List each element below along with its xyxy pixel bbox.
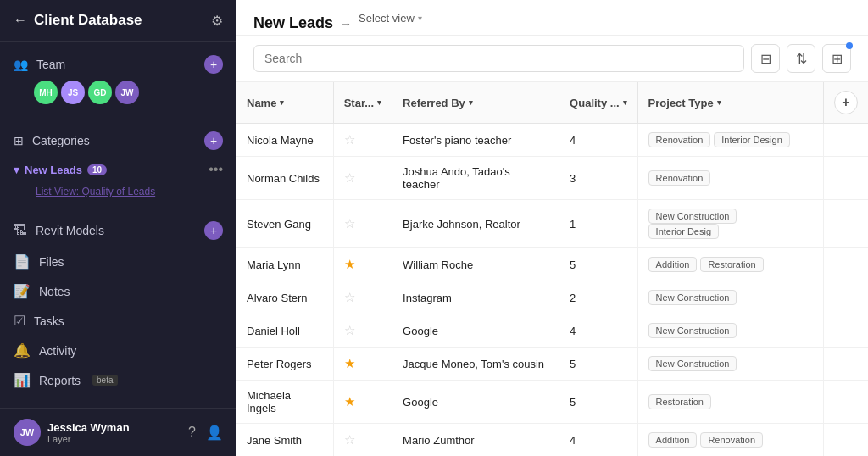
help-icon[interactable]: ? xyxy=(188,425,196,440)
project-type-tag: Restoration xyxy=(648,394,711,409)
cell-star[interactable]: ☆ xyxy=(333,281,392,314)
table-row: Jane Smith☆Mario Zumthor4AdditionRenovat… xyxy=(236,424,868,457)
sort-button[interactable]: ⇅ xyxy=(787,44,815,73)
star-icon[interactable]: ★ xyxy=(344,257,355,271)
cell-quality: 4 xyxy=(559,424,638,457)
select-view-button[interactable]: Select view ▾ xyxy=(359,12,422,35)
tasks-icon: ☑ xyxy=(14,313,25,329)
col-project-type[interactable]: Project Type▾ xyxy=(637,82,823,124)
cell-referred-by: Google xyxy=(392,314,559,348)
star-icon[interactable]: ☆ xyxy=(344,216,355,231)
sidebar-item-files[interactable]: 📄 Files xyxy=(0,247,236,276)
categories-header: ⊞ Categories + xyxy=(0,125,236,157)
cell-star[interactable]: ★ xyxy=(333,381,392,424)
cell-project-type: AdditionRenovation xyxy=(637,424,823,457)
cell-star[interactable]: ☆ xyxy=(333,424,392,457)
sort-icon: ⇅ xyxy=(796,51,807,67)
star-icon[interactable]: ★ xyxy=(344,356,355,370)
star-icon[interactable]: ☆ xyxy=(344,132,355,147)
table-row: Alvaro Stern☆Instagram2New Construction xyxy=(236,281,868,314)
add-revit-button[interactable]: + xyxy=(204,221,223,240)
gear-icon[interactable]: ⚙ xyxy=(211,13,223,29)
cell-star[interactable]: ☆ xyxy=(333,124,392,157)
col-add[interactable]: + xyxy=(824,82,869,124)
add-column-button[interactable]: + xyxy=(834,91,858,114)
cell-star[interactable]: ☆ xyxy=(333,157,392,200)
star-icon[interactable]: ☆ xyxy=(344,432,355,447)
cell-name: Steven Gang xyxy=(236,200,333,248)
cell-project-type: New Construction xyxy=(637,281,823,314)
col-star[interactable]: Star...▾ xyxy=(333,82,392,124)
cell-name: Norman Childs xyxy=(236,157,333,200)
new-leads-badge: 10 xyxy=(87,164,107,175)
star-icon[interactable]: ☆ xyxy=(344,290,355,304)
cell-star[interactable]: ★ xyxy=(333,348,392,381)
sidebar-item-tasks[interactable]: ☑ Tasks xyxy=(0,306,236,336)
reports-beta-badge: beta xyxy=(92,375,117,386)
new-leads-label: ▾ New Leads 10 xyxy=(14,164,107,176)
filter-icon: ⊟ xyxy=(760,51,771,67)
search-input[interactable] xyxy=(253,45,744,72)
cell-quality: 5 xyxy=(559,348,638,381)
star-icon[interactable]: ★ xyxy=(344,394,355,409)
star-icon[interactable]: ☆ xyxy=(344,323,355,337)
table-row: Maria Lynn★William Roche5AdditionRestora… xyxy=(236,248,868,281)
col-name[interactable]: Name▾ xyxy=(236,82,333,124)
project-type-tag: Interior Desig xyxy=(648,224,719,239)
new-leads-row[interactable]: ▾ New Leads 10 ••• xyxy=(0,157,236,182)
add-team-button[interactable]: + xyxy=(204,55,223,74)
back-arrow-icon[interactable]: ← xyxy=(14,13,27,28)
table-row: Steven Gang☆Bjarke Johnson, Realtor1New … xyxy=(236,200,868,248)
cell-referred-by: William Roche xyxy=(392,248,559,281)
more-options-icon[interactable]: ••• xyxy=(209,162,223,177)
col-quality[interactable]: Quality ...▾ xyxy=(559,82,638,124)
cell-project-type: New Construction xyxy=(637,348,823,381)
col-referred-by[interactable]: Referred By▾ xyxy=(392,82,559,124)
sidebar: ← Client Database ⚙ 👥 Team + MHJSGDJW ⊞ … xyxy=(0,0,236,456)
activity-icon: 🔔 xyxy=(14,342,31,359)
avatars-row: MHJSGDJW xyxy=(0,81,236,111)
sidebar-item-revit-models[interactable]: 🏗 Revit Models + xyxy=(0,214,236,247)
cell-empty xyxy=(824,314,869,348)
user-icon[interactable]: 👤 xyxy=(206,425,223,441)
grid-icon: ⊞ xyxy=(14,134,24,147)
view-options-button[interactable]: ⊞ xyxy=(822,44,851,73)
main-content: New Leads → Select view ▾ ⊟ ⇅ ⊞ Name▾ St… xyxy=(236,0,868,456)
cell-name: Daniel Holl xyxy=(236,314,333,348)
sidebar-item-activity[interactable]: 🔔 Activity xyxy=(0,336,236,365)
app-title: Client Database xyxy=(34,12,142,29)
view-icon: ⊞ xyxy=(832,51,843,67)
cell-quality: 2 xyxy=(559,281,638,314)
cell-empty xyxy=(824,381,869,424)
sub-view-link[interactable]: List View: Quality of Leads xyxy=(0,182,236,201)
cell-referred-by: Foster's piano teacher xyxy=(392,124,559,157)
categories-section: ⊞ Categories + ▾ New Leads 10 ••• List V… xyxy=(0,118,236,208)
page-title: New Leads xyxy=(253,14,333,32)
avatar: GD xyxy=(88,81,112,104)
star-icon[interactable]: ☆ xyxy=(344,170,355,185)
cell-quality: 4 xyxy=(559,124,638,157)
add-category-button[interactable]: + xyxy=(204,131,223,150)
cell-project-type: Restoration xyxy=(637,381,823,424)
cell-star[interactable]: ☆ xyxy=(333,200,392,248)
revit-icon: 🏗 xyxy=(14,223,27,238)
filter-button[interactable]: ⊟ xyxy=(751,44,780,73)
sidebar-item-notes[interactable]: 📝 Notes xyxy=(0,276,236,306)
cell-project-type: RenovationInterior Design xyxy=(637,124,823,157)
cell-name: Maria Lynn xyxy=(236,248,333,281)
sidebar-item-reports[interactable]: 📊 Reports beta xyxy=(0,365,236,395)
avatar: JW xyxy=(115,81,139,104)
project-type-tag: Renovation xyxy=(648,132,711,147)
cell-referred-by: Mario Zumthor xyxy=(392,424,559,457)
leads-table: Name▾ Star...▾ Referred By▾ Quality ...▾… xyxy=(236,82,868,456)
cell-empty xyxy=(824,124,869,157)
notes-icon: 📝 xyxy=(14,283,31,299)
table-row: Norman Childs☆Joshua Ando, Tadao's teach… xyxy=(236,157,868,200)
cell-name: Nicola Mayne xyxy=(236,124,333,157)
main-header: New Leads → Select view ▾ xyxy=(236,0,868,36)
user-sub: Layer xyxy=(47,434,130,444)
cell-star[interactable]: ★ xyxy=(333,248,392,281)
cell-empty xyxy=(824,281,869,314)
cell-name: Alvaro Stern xyxy=(236,281,333,314)
cell-star[interactable]: ☆ xyxy=(333,314,392,348)
